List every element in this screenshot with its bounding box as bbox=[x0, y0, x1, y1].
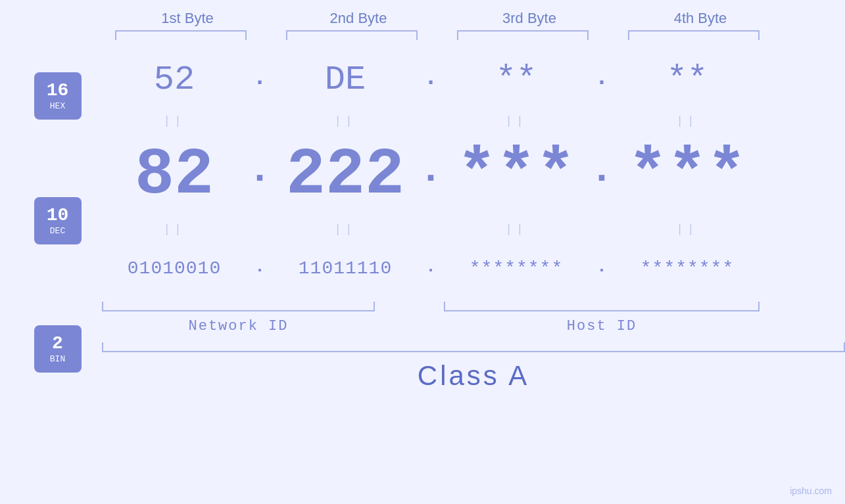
bin-b2: 11011110 bbox=[273, 258, 418, 279]
eq2-b2: || bbox=[273, 223, 418, 236]
eq2-b3: || bbox=[444, 223, 589, 236]
full-bracket bbox=[102, 342, 845, 352]
dec-b3: *** bbox=[444, 138, 589, 212]
network-bracket-mid bbox=[247, 302, 273, 311]
full-bracket-section: Class A bbox=[102, 342, 845, 392]
bin-b4: ******** bbox=[615, 258, 760, 279]
full-bracket-row bbox=[102, 342, 845, 352]
badges-column: 16 HEX 10 DEC 2 BIN bbox=[13, 50, 102, 392]
id-labels-row: Network ID Host ID bbox=[102, 318, 845, 334]
hex-b4: ** bbox=[615, 60, 760, 99]
hex-dot1: . bbox=[247, 64, 273, 95]
badge-bin-label: BIN bbox=[50, 354, 65, 364]
data-rows: 52 . DE . ** . ** bbox=[102, 50, 845, 392]
eq2-b1: || bbox=[102, 223, 247, 236]
watermark: ipshu.com bbox=[790, 486, 832, 496]
eq-line-1: || || || || bbox=[102, 109, 845, 132]
bin-b3: ******** bbox=[444, 258, 589, 279]
dec-dot1: . bbox=[247, 148, 273, 202]
dec-dot3: . bbox=[589, 148, 615, 202]
byte4-header: 4th Byte bbox=[628, 10, 773, 27]
hex-b1: 52 bbox=[102, 60, 247, 99]
bottom-brackets-section: Network ID Host ID bbox=[102, 302, 845, 334]
badge-hex-number: 16 bbox=[47, 81, 69, 101]
dec-b2: 222 bbox=[273, 138, 418, 212]
top-brackets-row bbox=[115, 30, 845, 40]
host-bracket-right bbox=[615, 302, 760, 311]
byte-headers-row: 1st Byte 2nd Byte 3rd Byte 4th Byte bbox=[115, 10, 845, 27]
bin-dot2: . bbox=[418, 257, 444, 280]
page-layout: 1st Byte 2nd Byte 3rd Byte 4th Byte 16 H… bbox=[0, 0, 845, 504]
dec-values-line: 82 . 222 . *** . *** bbox=[102, 132, 845, 218]
class-label-row: Class A bbox=[102, 360, 845, 392]
bracket-byte3 bbox=[457, 30, 589, 40]
bottom-bracket-row bbox=[102, 302, 845, 311]
class-label: Class A bbox=[418, 360, 529, 391]
bracket-byte4 bbox=[628, 30, 760, 40]
host-bracket-left bbox=[444, 302, 589, 311]
badge-dec: 10 DEC bbox=[34, 197, 82, 244]
eq1-b4: || bbox=[615, 114, 760, 127]
bin-b1: 01010010 bbox=[102, 258, 247, 279]
badge-dec-number: 10 bbox=[47, 206, 69, 226]
eq1-b2: || bbox=[273, 114, 418, 127]
network-bracket-left bbox=[102, 302, 247, 311]
network-bracket-right bbox=[273, 302, 375, 311]
bin-dot1: . bbox=[247, 257, 273, 280]
hex-dot2: . bbox=[418, 64, 444, 95]
eq-line-2: || || || || bbox=[102, 218, 845, 241]
bracket-byte1 bbox=[115, 30, 247, 40]
bracket-byte2 bbox=[286, 30, 418, 40]
hex-dot3: . bbox=[589, 64, 615, 95]
badge-hex-label: HEX bbox=[50, 101, 65, 111]
host-id-label: Host ID bbox=[444, 318, 760, 334]
network-id-label: Network ID bbox=[102, 318, 375, 334]
byte3-header: 3rd Byte bbox=[457, 10, 602, 27]
dec-b4: *** bbox=[615, 138, 760, 212]
bin-values-line: 01010010 . 11011110 . ******** . bbox=[102, 241, 845, 296]
badge-dec-label: DEC bbox=[50, 226, 65, 236]
eq2-b4: || bbox=[615, 223, 760, 236]
byte2-header: 2nd Byte bbox=[286, 10, 431, 27]
hex-values-line: 52 . DE . ** . ** bbox=[102, 50, 845, 109]
content-area: 16 HEX 10 DEC 2 BIN 52 . bbox=[13, 50, 845, 392]
badge-hex: 16 HEX bbox=[34, 72, 82, 120]
badge-bin-number: 2 bbox=[52, 334, 63, 354]
dec-b1: 82 bbox=[102, 138, 247, 212]
hex-b2: DE bbox=[273, 60, 418, 99]
dec-dot2: . bbox=[418, 148, 444, 202]
hex-b3: ** bbox=[444, 60, 589, 99]
eq1-b1: || bbox=[102, 114, 247, 127]
bin-dot3: . bbox=[589, 257, 615, 280]
badge-bin: 2 BIN bbox=[34, 325, 82, 373]
eq1-b3: || bbox=[444, 114, 589, 127]
byte1-header: 1st Byte bbox=[115, 10, 260, 27]
host-bracket-mid bbox=[589, 302, 615, 311]
